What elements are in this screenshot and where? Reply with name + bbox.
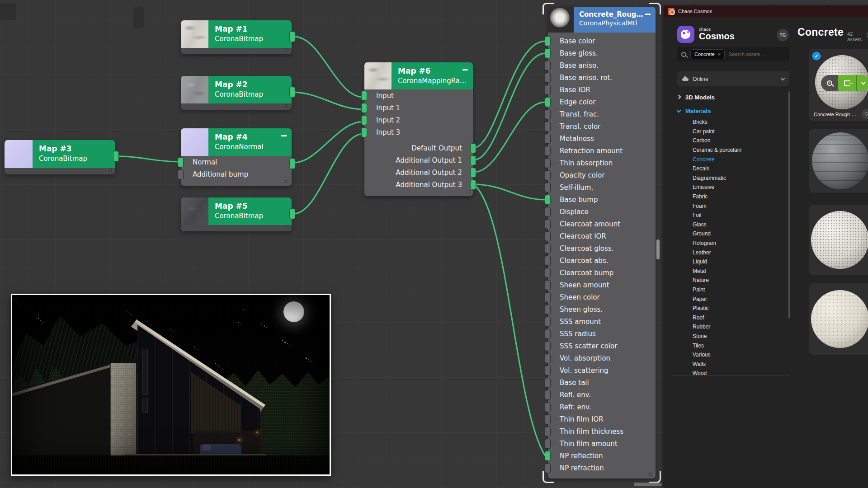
search-bar[interactable]: Concrete × Search assets ... [677,47,789,61]
node-map4[interactable]: Map #4 CoronaNormal NormalAdditional bum… [181,128,292,186]
subcategory-various[interactable]: Various [671,350,789,360]
input-socket-vol-scattering[interactable] [545,366,551,375]
collapse-node-icon[interactable] [462,67,468,73]
subcategory-car-paint[interactable]: Car paint [671,127,789,136]
input-socket-displace[interactable] [545,207,551,217]
subcategory-foil[interactable]: Foil [671,211,789,220]
resize-grip-icon[interactable] [109,169,113,173]
subcategory-liquid[interactable]: Liquid [671,257,789,267]
wire-map5-to-map6-input3[interactable] [294,134,363,214]
subcategory-roof[interactable]: Roof [671,313,789,322]
input-socket-thin-film-thickness[interactable] [545,427,551,436]
input-socket-sss-radius[interactable] [545,329,551,339]
input-socket-base-gloss[interactable] [545,48,551,58]
subcategory-fabric[interactable]: Fabric [671,192,789,202]
subcategory-glass[interactable]: Glass [671,220,789,230]
collapse-node-icon[interactable] [281,133,287,139]
horizontal-scrollbar[interactable] [634,483,662,486]
input-socket-np-reflection[interactable] [545,451,551,461]
subcategory-paint[interactable]: Paint [671,285,789,295]
subcategory-bricks[interactable]: Bricks [671,117,789,127]
node-map2[interactable]: Map #2 CoronaBitmap [181,76,292,110]
input-socket-thin-absorption[interactable] [545,158,551,168]
output-socket-default-output[interactable] [470,143,476,153]
node-map3[interactable]: Map #3 CoronaBitmap [5,140,115,174]
favorite-icon[interactable]: ♡ [862,109,868,119]
input-socket-sss-amount[interactable] [545,317,551,327]
tree-scrollbar[interactable] [788,91,790,319]
input-socket-input[interactable] [361,91,367,101]
input-socket-base-tail[interactable] [545,378,551,388]
wire-map6-out2-to-edge-color[interactable] [474,102,545,172]
input-socket-transl-frac[interactable] [545,109,551,119]
node-material[interactable]: Concrete_Roug… CoronaPhysicalMtl Base co… [548,7,656,479]
input-socket-normal[interactable] [178,157,184,167]
online-filter-dropdown[interactable]: Online [677,71,789,86]
input-socket-sheen-gloss[interactable] [545,305,551,314]
resize-grip-icon[interactable] [285,225,289,230]
subcategory-emissive[interactable]: Emissive [671,183,789,192]
subcategory-diagrammatic[interactable]: Diagrammatic [671,174,789,183]
subcategory-concrete[interactable]: Concrete [671,155,789,164]
input-socket-refl-env[interactable] [545,390,551,400]
resize-grip-icon[interactable] [285,180,289,184]
vertical-scrollbar[interactable] [656,239,660,259]
subcategory-rubber[interactable]: Rubber [671,322,789,332]
input-socket-base-bump[interactable] [545,195,551,205]
input-socket-metalness[interactable] [545,134,551,144]
input-socket-sss-scatter-color[interactable] [545,341,551,351]
asset-card[interactable] [809,283,868,355]
subcategory-stone[interactable]: Stone [671,332,789,341]
asset-card[interactable] [809,129,868,192]
input-socket-sheen-color[interactable] [545,292,551,302]
node-map6[interactable]: Map #6 CoronaMappingRa… InputInput 1Inpu… [364,62,473,196]
cosmos-titlebar[interactable]: Chaos Cosmos [664,5,868,17]
input-socket-thin-film-amount[interactable] [545,439,551,449]
input-socket-base-ior[interactable] [545,85,551,95]
subcategory-carbon[interactable]: Carbon [671,136,789,145]
input-socket-base-aniso-rot[interactable] [545,73,551,83]
wire-map6-out3-to-np-reflection[interactable] [474,184,545,456]
subcategory-metal[interactable]: Metal [671,267,789,276]
search-filter-chip[interactable]: Concrete × [690,49,725,59]
output-socket[interactable] [289,158,295,169]
input-socket-clearcoat-amount[interactable] [545,219,551,229]
asset-card[interactable] [809,205,868,275]
wire-map1-to-map6-input[interactable] [294,37,363,97]
output-socket-additional-output-1[interactable] [470,155,476,165]
input-socket-input-3[interactable] [361,127,367,137]
subcategory-leather[interactable]: Leather [671,248,789,257]
import-asset-button[interactable]: → [838,75,856,91]
asset-card-selected[interactable]: ✓ + → Concrete Rough Rocks… ♡ [809,49,868,121]
output-socket-additional-output-3[interactable] [470,180,476,190]
input-socket-input-1[interactable] [361,103,367,113]
output-socket[interactable] [289,31,295,42]
input-socket-additional-bump[interactable] [178,169,184,179]
input-socket-refr-env[interactable] [545,402,551,412]
user-avatar[interactable]: TG [777,29,789,41]
output-socket[interactable] [113,151,119,162]
subcategory-hologram[interactable]: Hologram [671,239,789,248]
subcategory-ground[interactable]: Ground [671,229,789,239]
node-map1[interactable]: Map #1 CoronaBitmap [181,20,292,54]
input-socket-sheen-amount[interactable] [545,280,551,290]
subcategory-nature[interactable]: Nature [671,276,789,285]
subcategory-decals[interactable]: Decals [671,164,789,174]
import-options-button[interactable] [856,75,868,91]
subcategory-tiles[interactable]: Tiles [671,341,789,350]
remove-filter-icon[interactable]: × [718,52,721,57]
subcategory-wood[interactable]: Wood [671,369,789,376]
input-socket-vol-absorption[interactable] [545,353,551,363]
subcategory-paper[interactable]: Paper [671,294,789,304]
input-socket-self-illum[interactable] [545,183,551,192]
subcategory-plastic[interactable]: Plastic [671,304,789,313]
output-socket[interactable] [289,87,295,98]
subcategory-foam[interactable]: Foam [671,201,789,211]
subcategory-ceramic-porcelain[interactable]: Ceramic & porcelain [671,145,789,155]
category-3d-models[interactable]: 3D Models [671,90,789,104]
subcategory-walls[interactable]: Walls [671,359,789,369]
input-socket-transl-color[interactable] [545,122,551,131]
input-socket-clearcoat-abs[interactable] [545,256,551,266]
node-map5[interactable]: Map #5 CoronaBitmap [181,197,292,231]
input-socket-thin-film-ior[interactable] [545,414,551,424]
